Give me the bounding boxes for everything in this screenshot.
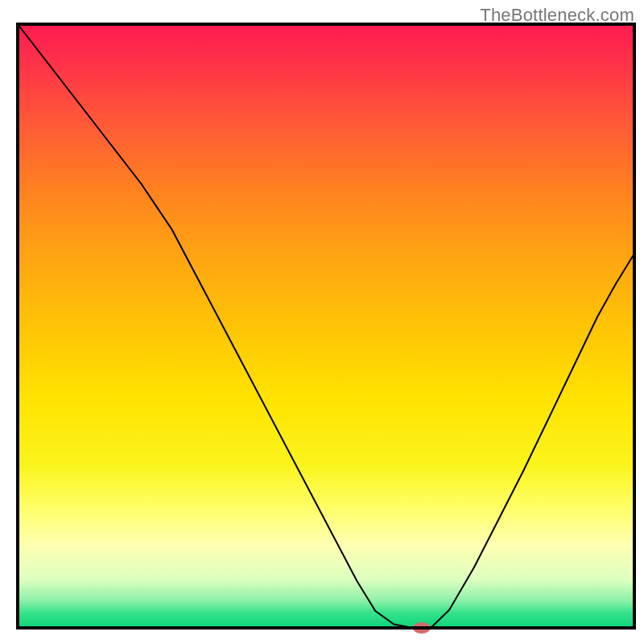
chart-container: TheBottleneck.com (0, 0, 644, 644)
attribution-text: TheBottleneck.com (480, 5, 634, 26)
bottleneck-chart (0, 0, 644, 644)
plot-background (18, 24, 634, 628)
